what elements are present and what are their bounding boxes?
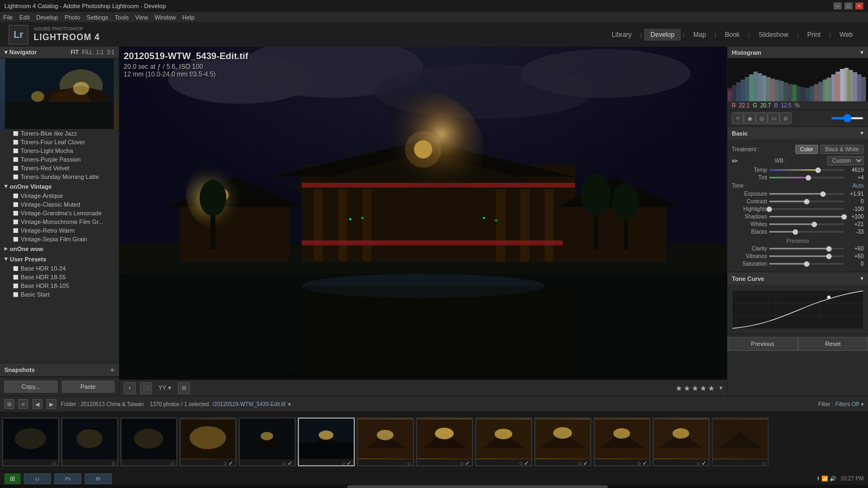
minimize-button[interactable]: ─ — [833, 2, 842, 10]
copy-button[interactable]: Copy... — [4, 381, 58, 393]
menu-develop[interactable]: Develop — [36, 14, 58, 21]
preset-group-onone-wow[interactable]: ▸ onOne wow — [0, 243, 119, 254]
tab-print[interactable]: Print — [801, 29, 827, 41]
filmstrip-thumb-9[interactable]: ◇✓ — [475, 418, 532, 466]
previous-button[interactable]: Previous — [727, 337, 798, 351]
saturation-slider[interactable] — [769, 263, 844, 265]
nav-fit[interactable]: FIT — [71, 49, 79, 55]
tone-auto-button[interactable]: Auto — [852, 183, 864, 189]
file-dropdown-icon[interactable]: ▾ — [288, 401, 291, 407]
preset-item-sepia[interactable]: ⬜ Vintage-Sepia Film Grain — [0, 235, 119, 243]
single-view-button[interactable]: ▪ — [124, 382, 136, 394]
preset-item-antique[interactable]: ⬜ Vintage-Antique — [0, 191, 119, 200]
menu-settings[interactable]: Settings — [87, 14, 108, 21]
graduated-filter-tool[interactable]: ▭ — [768, 112, 780, 124]
star-3[interactable]: ★ — [692, 384, 699, 393]
menu-edit[interactable]: Edit — [20, 14, 30, 21]
filmstrip-thumb-10[interactable]: ◇✓ — [534, 418, 591, 466]
crop-tool[interactable]: ⌗ — [732, 112, 744, 124]
preset-group-user[interactable]: ▾ User Presets — [0, 254, 119, 264]
preset-item-four-leaf[interactable]: ⬜ Toners-Four Leaf Clover — [0, 138, 119, 146]
basic-section-header[interactable]: Basic ▾ — [727, 127, 868, 139]
exposure-slider[interactable] — [769, 193, 844, 195]
tab-slideshow[interactable]: Slideshow — [752, 29, 795, 41]
preset-item-retro-warm[interactable]: ⬜ Vintage-Retro Warm — [0, 226, 119, 235]
preset-item-purple-passion[interactable]: ⬜ Toners-Purple Passion — [0, 155, 119, 164]
menu-window[interactable]: Window — [155, 14, 176, 21]
filmstrip-thumb-2[interactable]: ◇ — [61, 418, 118, 466]
filmstrip-thumb-3[interactable]: ◇ — [120, 418, 177, 466]
filter-value[interactable]: Filters Off — [835, 401, 859, 407]
eyedropper-icon[interactable]: ✏ — [732, 157, 738, 165]
nav-next[interactable]: ▶ — [47, 399, 56, 409]
filmstrip-toggle[interactable]: ≡ — [18, 399, 28, 409]
filmstrip-scrollbar-thumb[interactable] — [347, 485, 608, 488]
preset-item-hdr-18105[interactable]: ⬜ Base HDR 18-105 — [0, 281, 119, 290]
close-button[interactable]: ✕ — [855, 2, 864, 10]
filmstrip-thumb-12[interactable]: ◇✓ — [653, 418, 710, 466]
tone-curve-header[interactable]: Tone Curve ▾ — [727, 272, 868, 285]
menu-file[interactable]: File — [3, 14, 13, 21]
blacks-slider[interactable] — [769, 231, 844, 233]
preset-item-light-mocha[interactable]: ⬜ Toners-Light Mocha — [0, 146, 119, 155]
nav-1-1[interactable]: 1:1 — [96, 49, 104, 55]
add-snapshot-button[interactable]: + — [110, 365, 114, 374]
preset-item-sunday-morning[interactable]: ⬜ Toners-Sunday Morning Latte — [0, 172, 119, 181]
taskbar-lr-btn[interactable]: Lr — [24, 473, 51, 484]
preset-item-grandma[interactable]: ⬜ Vintage-Grandma's Lemonade — [0, 209, 119, 217]
spot-removal-tool[interactable]: ◉ — [744, 112, 756, 124]
highlights-slider[interactable] — [769, 208, 844, 210]
adjustment-brush-tool[interactable]: ⊘ — [780, 112, 792, 124]
filmstrip-thumb-11[interactable]: ◇✓ — [593, 418, 650, 466]
histogram-collapse-icon[interactable]: ▾ — [860, 49, 864, 56]
preset-item-basic-start[interactable]: ⬜ Basic Start — [0, 290, 119, 299]
tab-map[interactable]: Map — [687, 29, 712, 41]
preset-item-red-velvet[interactable]: ⬜ Toners-Red Velvet — [0, 164, 119, 172]
menu-help[interactable]: Help — [182, 14, 195, 21]
filmstrip-thumb-6[interactable]: ◇✓ — [298, 418, 355, 466]
tint-slider[interactable] — [769, 177, 844, 178]
tab-library[interactable]: Library — [605, 29, 639, 41]
whites-slider[interactable] — [769, 223, 844, 225]
filter-expand[interactable]: ▾ — [861, 401, 864, 407]
taskbar-ps-btn[interactable]: Ps — [54, 473, 81, 484]
tab-develop[interactable]: Develop — [644, 29, 681, 41]
reset-button[interactable]: Reset — [798, 337, 869, 351]
vibrance-slider[interactable] — [769, 255, 844, 257]
star-4[interactable]: ★ — [700, 384, 707, 393]
color-button[interactable]: Color — [795, 145, 818, 154]
filmstrip-thumb-5[interactable]: ◇✓ — [239, 418, 296, 466]
filmstrip-thumb-7[interactable]: ◇ — [357, 418, 414, 466]
filmstrip-thumb-4[interactable]: ◇✓ — [180, 418, 237, 466]
view-mode-dropdown[interactable]: YY ▾ — [156, 384, 174, 391]
star-5[interactable]: ★ — [708, 384, 715, 393]
compare-view-button[interactable]: ⬛ — [140, 382, 152, 394]
wb-dropdown[interactable]: Custom Auto Daylight — [827, 156, 864, 165]
tab-web[interactable]: Web — [833, 29, 859, 41]
menu-photo[interactable]: Photo — [65, 14, 80, 21]
preset-item-classic-muted[interactable]: ⬜ Vintage-Classic Muted — [0, 200, 119, 209]
menu-tools[interactable]: Tools — [115, 14, 129, 21]
shadows-slider[interactable] — [769, 216, 844, 217]
paste-button[interactable]: Paste — [62, 381, 115, 393]
zoom-slider[interactable] — [831, 117, 864, 119]
maximize-button[interactable]: □ — [844, 2, 853, 10]
star-2[interactable]: ★ — [684, 384, 691, 393]
preset-item-hdr-1024[interactable]: ⬜ Base HDR 10-24 — [0, 264, 119, 273]
taskbar-bridge-btn[interactable]: Br — [85, 473, 112, 484]
redeye-tool[interactable]: ◎ — [756, 112, 768, 124]
tone-curve-canvas[interactable] — [732, 290, 864, 328]
nav-prev[interactable]: ◀ — [33, 399, 42, 409]
bw-button[interactable]: Black & White — [820, 145, 864, 154]
filmstrip-thumb-13[interactable]: ◇ — [712, 418, 769, 466]
clarity-slider[interactable] — [769, 248, 844, 249]
preset-item-hdr-1855[interactable]: ⬜ Base HDR 18-55 — [0, 273, 119, 281]
toolbar-expand[interactable]: ▾ — [719, 384, 723, 391]
contrast-slider[interactable] — [769, 201, 844, 202]
nav-3-1[interactable]: 3:1 — [107, 49, 114, 55]
grid-view-toggle[interactable]: ⊞ — [4, 399, 14, 409]
tab-book[interactable]: Book — [718, 29, 746, 41]
temp-slider[interactable] — [769, 169, 844, 171]
filmstrip-thumb-8[interactable]: ◇✓ — [416, 418, 473, 466]
preset-item-blue-jazz[interactable]: ⬜ Toners-Blue like Jazz — [0, 129, 119, 138]
